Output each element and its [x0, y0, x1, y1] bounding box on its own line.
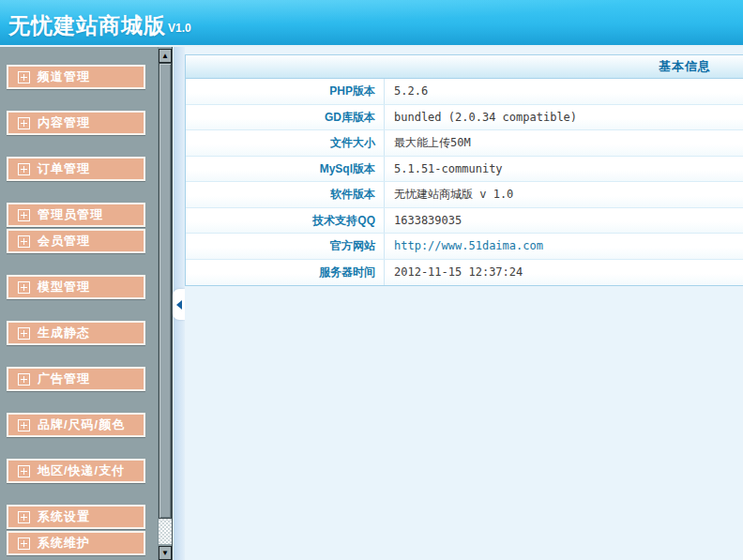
info-value: 最大能上传50M [385, 130, 743, 156]
top-banner: 无忧建站商城版V1.0 [0, 0, 743, 45]
info-row-server-time: 服务器时间 2012-11-15 12:37:24 [186, 260, 743, 286]
info-value: 2012-11-15 12:37:24 [385, 260, 743, 286]
app-window: 无忧建站商城版V1.0 频道管理 内容管理 订单管理 管理员管理 会员管理 模型… [0, 0, 743, 560]
app-title-text: 无忧建站商城版 [8, 13, 166, 38]
main-content: 基本信息 PHP版本 5.2.6 GD库版本 bundled (2.0.34 c… [185, 47, 743, 560]
panel-title: 基本信息 [659, 58, 711, 75]
app-title: 无忧建站商城版V1.0 [8, 11, 191, 40]
sidebar-item-label: 系统设置 [38, 508, 90, 525]
sidebar-item-label: 品牌/尺码/颜色 [38, 416, 125, 433]
sidebar-item-label: 地区/快递/支付 [38, 462, 125, 479]
sidebar-item-member-mgmt[interactable]: 会员管理 [7, 229, 145, 253]
info-value: 5.1.51-community [385, 157, 743, 182]
sidebar-scrollbar[interactable]: ▲ ▼ [158, 47, 173, 560]
expand-plus-icon [18, 209, 30, 221]
sidebar-item-label: 模型管理 [38, 279, 90, 295]
sidebar-collapse-handle[interactable] [173, 289, 185, 320]
sidebar-item-brand-size-color[interactable]: 品牌/尺码/颜色 [7, 413, 145, 437]
info-label: 文件大小 [186, 130, 385, 156]
sidebar-item-label: 系统维护 [38, 535, 90, 552]
expand-plus-icon [18, 163, 30, 175]
sidebar-item-label: 内容管理 [38, 114, 90, 131]
sidebar-menu: 频道管理 内容管理 订单管理 管理员管理 会员管理 模型管理 生成静态 广告管 [0, 47, 158, 560]
arrow-down-icon: ▼ [161, 550, 169, 557]
scroll-up-button[interactable]: ▲ [159, 49, 172, 63]
app-version: V1.0 [168, 22, 191, 35]
info-label: 服务器时间 [186, 260, 385, 286]
arrow-up-icon: ▲ [161, 53, 169, 60]
info-row-software-version: 软件版本 无忧建站商城版 v 1.0 [186, 182, 743, 208]
info-value: 无忧建站商城版 v 1.0 [385, 182, 743, 207]
info-label: GD库版本 [186, 105, 385, 130]
expand-plus-icon [18, 235, 30, 248]
official-site-link[interactable]: http://www.51daima.com [385, 234, 743, 259]
panel-titlebar: 基本信息 [186, 55, 743, 79]
sidebar-item-admin-mgmt[interactable]: 管理员管理 [7, 203, 145, 227]
sidebar-item-order-mgmt[interactable]: 订单管理 [7, 157, 145, 181]
expand-plus-icon [18, 327, 30, 340]
expand-plus-icon [18, 281, 30, 294]
sidebar-item-content-mgmt[interactable]: 内容管理 [7, 111, 145, 135]
expand-plus-icon [18, 373, 30, 386]
info-label: MySql版本 [186, 157, 385, 182]
info-label: 官方网站 [186, 234, 385, 259]
sidebar-item-label: 会员管理 [38, 233, 90, 250]
sidebar-item-channel-mgmt[interactable]: 频道管理 [7, 65, 145, 89]
info-row-php-version: PHP版本 5.2.6 [186, 79, 743, 105]
info-row-file-size: 文件大小 最大能上传50M [186, 130, 743, 157]
sidebar-item-system-maintenance[interactable]: 系统维护 [7, 531, 145, 555]
expand-plus-icon [18, 537, 30, 550]
sidebar-item-label: 生成静态 [38, 325, 90, 341]
sidebar-item-label: 广告管理 [38, 371, 90, 387]
sidebar-item-region-express-pay[interactable]: 地区/快递/支付 [7, 459, 145, 483]
expand-plus-icon [18, 419, 30, 431]
sidebar-item-label: 频道管理 [38, 68, 90, 85]
scrollbar-thumb[interactable] [159, 63, 172, 519]
expand-plus-icon [18, 465, 30, 477]
sidebar-item-ad-mgmt[interactable]: 广告管理 [7, 367, 145, 391]
info-row-mysql-version: MySql版本 5.1.51-community [186, 157, 743, 183]
info-row-gd-version: GD库版本 bundled (2.0.34 compatible) [186, 105, 743, 131]
info-value: bundled (2.0.34 compatible) [385, 105, 743, 130]
sidebar-item-label: 管理员管理 [38, 206, 103, 223]
info-value: 1633839035 [385, 208, 743, 234]
sidebar-item-label: 订单管理 [38, 160, 90, 177]
info-label: 软件版本 [186, 182, 385, 207]
expand-plus-icon [18, 117, 30, 129]
info-label: 技术支持QQ [186, 208, 385, 234]
info-row-official-site: 官方网站 http://www.51daima.com [186, 234, 743, 260]
chevron-left-icon [176, 300, 182, 310]
sidebar-item-generate-static[interactable]: 生成静态 [7, 321, 145, 345]
scrollbar-track[interactable] [159, 519, 172, 544]
sidebar-item-system-settings[interactable]: 系统设置 [7, 505, 145, 529]
sidebar-item-model-mgmt[interactable]: 模型管理 [7, 275, 145, 299]
basic-info-panel: 基本信息 PHP版本 5.2.6 GD库版本 bundled (2.0.34 c… [185, 54, 743, 286]
info-label: PHP版本 [186, 79, 385, 104]
expand-plus-icon [18, 71, 30, 83]
info-value: 5.2.6 [385, 79, 743, 104]
expand-plus-icon [18, 511, 30, 523]
scroll-down-button[interactable]: ▼ [159, 546, 172, 560]
info-row-support-qq: 技术支持QQ 1633839035 [186, 208, 743, 235]
